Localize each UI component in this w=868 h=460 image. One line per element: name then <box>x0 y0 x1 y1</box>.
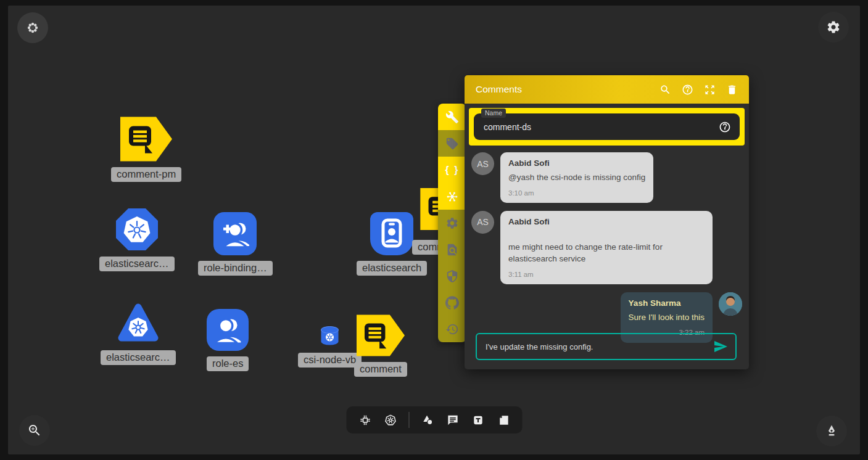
message-text: me might need to change the rate-limit f… <box>508 242 705 265</box>
app-flower-icon <box>25 20 40 35</box>
node-csi-node-vb: csi-node-vb <box>298 325 362 368</box>
avatar: AS <box>471 211 494 234</box>
message-text: @yash the csi-node is missing config <box>508 172 645 184</box>
name-input[interactable] <box>482 121 719 133</box>
node-comment: comment <box>354 314 407 377</box>
name-field-wrapper: Name <box>469 108 745 146</box>
role-binding-icon[interactable] <box>213 212 257 255</box>
search-icon[interactable] <box>659 84 671 96</box>
role-icon[interactable] <box>207 309 249 351</box>
delete-icon[interactable] <box>726 84 738 96</box>
toolbar-item-tools[interactable] <box>438 104 466 130</box>
kubernetes-octagon-icon[interactable] <box>115 208 159 251</box>
comments-panel: Comments Name AS Aabid Sofi <box>465 75 749 369</box>
help-icon[interactable] <box>719 121 731 133</box>
side-toolbar: { } <box>438 104 466 342</box>
braces-icon: { } <box>445 165 460 176</box>
comment-node-icon[interactable] <box>120 117 172 162</box>
app-logo-button[interactable] <box>17 12 48 43</box>
message: AS Aabid Sofi me might need to change th… <box>471 211 742 284</box>
toolbar-item-history[interactable] <box>438 316 466 342</box>
message-text: Sure I'll look into this <box>629 312 705 324</box>
message-author: Aabid Sofi <box>508 158 645 170</box>
node-elasticsearch-octagon: elasticsearc… <box>99 208 175 271</box>
node-role-es: role-es <box>207 309 249 371</box>
mesh-hub-icon <box>445 190 459 203</box>
circuit-icon[interactable] <box>358 413 372 427</box>
zoom-in-icon <box>27 423 42 438</box>
message-bubble: Aabid Sofi @yash the csi-node is missing… <box>500 152 653 203</box>
shapes-icon[interactable] <box>420 413 434 427</box>
message-bubble: Aabid Sofi me might need to change the r… <box>500 211 713 284</box>
toolbar-item-settings[interactable] <box>438 210 466 236</box>
message: AS Aabid Sofi @yash the csi-node is miss… <box>471 152 742 203</box>
node-elasticsearch-triangle: elasticsearc… <box>101 302 176 365</box>
bottom-toolbar <box>346 406 522 433</box>
name-field-label: Name <box>481 109 506 118</box>
shield-icon <box>445 269 459 283</box>
avatar: AS <box>471 152 494 175</box>
node-label[interactable]: comment <box>354 362 407 377</box>
node-label[interactable]: role-es <box>207 356 249 371</box>
node-role-binding: role-binding… <box>198 212 273 276</box>
toolbar-item-doc-search[interactable] <box>438 236 466 263</box>
node-label[interactable]: csi-node-vb <box>298 353 362 368</box>
settings-button[interactable] <box>818 12 849 43</box>
expand-icon[interactable] <box>704 84 716 96</box>
text-icon[interactable] <box>471 413 485 427</box>
node-comment-pm: comment-pm <box>111 117 181 182</box>
node-label[interactable]: comment-pm <box>111 167 181 182</box>
design-canvas[interactable]: comment-pm elasticsearc… <box>8 6 860 454</box>
node-label[interactable]: elasticsearc… <box>99 257 175 271</box>
zoom-button[interactable] <box>19 415 50 446</box>
toolbar-item-tags[interactable] <box>438 130 466 157</box>
toolbar-item-security[interactable] <box>438 263 466 289</box>
message-time: 3:10 am <box>508 188 645 198</box>
history-icon <box>445 322 459 336</box>
id-badge-icon[interactable] <box>370 212 413 255</box>
github-icon <box>445 296 459 310</box>
send-icon[interactable] <box>713 339 728 354</box>
note-icon[interactable] <box>496 413 510 427</box>
message-time: 3:11 am <box>508 269 705 279</box>
message-author: Aabid Sofi <box>508 216 705 228</box>
toolbar-item-github[interactable] <box>438 289 466 316</box>
node-label[interactable]: elasticsearch <box>357 261 427 276</box>
panel-title: Comments <box>476 84 522 95</box>
toolbar-item-json[interactable]: { } <box>438 157 466 183</box>
node-label[interactable]: role-binding… <box>198 261 273 276</box>
comment-node-icon[interactable] <box>357 314 405 356</box>
node-label[interactable]: elasticsearc… <box>101 350 176 365</box>
comment-input[interactable] <box>484 342 713 352</box>
kubernetes-icon[interactable] <box>383 413 397 427</box>
gear-icon <box>826 20 841 35</box>
comments-panel-header[interactable]: Comments <box>465 75 749 104</box>
comment-input-container[interactable] <box>476 333 737 360</box>
tag-icon <box>445 137 459 150</box>
message-author: Yash Sharma <box>629 298 705 310</box>
avatar-photo <box>719 292 742 316</box>
doc-search-icon <box>445 243 459 257</box>
comment-icon[interactable] <box>445 413 460 427</box>
message-list: AS Aabid Sofi @yash the csi-node is miss… <box>465 150 749 343</box>
wrench-icon <box>445 110 459 124</box>
name-field[interactable]: Name <box>474 113 740 140</box>
pen-tool-button[interactable] <box>816 416 847 446</box>
toolbar-divider <box>408 412 409 428</box>
gear-icon <box>445 216 459 230</box>
storage-cylinder-icon[interactable] <box>320 325 340 347</box>
toolbar-item-mesh[interactable] <box>438 183 466 210</box>
kubernetes-triangle-icon[interactable] <box>116 302 160 345</box>
help-icon[interactable] <box>682 84 693 96</box>
pen-nib-icon <box>824 424 839 438</box>
